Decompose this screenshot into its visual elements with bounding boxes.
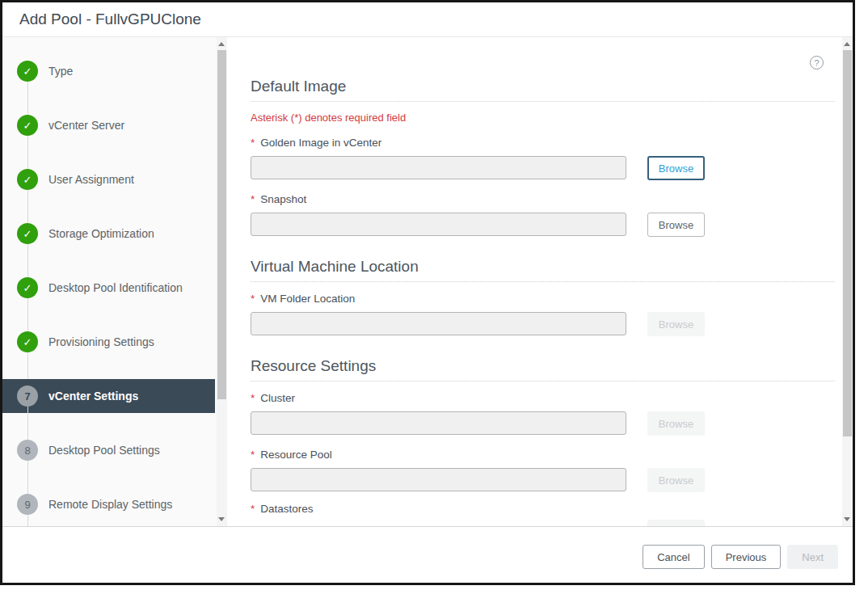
step-number-badge: 7	[17, 386, 38, 407]
field-label-text: Cluster	[260, 392, 295, 404]
resource-pool-input	[251, 468, 626, 491]
scroll-up-icon[interactable]	[844, 42, 850, 46]
field-label-text: VM Folder Location	[260, 293, 355, 305]
step-connector	[27, 82, 28, 115]
sidebar-step-remote-display-settings[interactable]: 9Remote Display Settings	[2, 494, 227, 515]
content-scrollbar[interactable]	[842, 37, 853, 526]
previous-button[interactable]: Previous	[711, 545, 782, 569]
cluster-input	[251, 411, 626, 435]
cancel-button[interactable]: Cancel	[643, 545, 704, 569]
golden-image-in-vcenter-input	[251, 156, 626, 179]
dialog-body: ✓Type✓vCenter Server✓User Assignment✓Sto…	[2, 37, 853, 526]
dialog-header: Add Pool - FullvGPUClone	[2, 2, 853, 37]
section-heading: Default Image	[251, 78, 835, 102]
form-content: Default ImageAsterisk (*) denotes requir…	[227, 37, 853, 526]
sidebar-step-storage-optimization[interactable]: ✓Storage Optimization	[2, 223, 227, 244]
section-virtual-machine-location: Virtual Machine Location*VM Folder Locat…	[251, 258, 835, 336]
browse-button-datastores: Browse	[647, 520, 705, 526]
scroll-down-icon[interactable]	[844, 517, 850, 521]
field-row-cluster: Browse	[251, 411, 835, 436]
step-connector	[27, 515, 28, 526]
step-number-badge: 9	[17, 494, 38, 515]
step-label: Desktop Pool Settings	[48, 444, 160, 457]
field-label-resource-pool: *Resource Pool	[251, 449, 835, 461]
step-check-icon: ✓	[17, 115, 38, 136]
field-label-datastores: *Datastores	[251, 503, 835, 515]
field-label-text: Golden Image in vCenter	[260, 137, 381, 149]
step-check-icon: ✓	[17, 61, 38, 82]
main-panel: ? Default ImageAsterisk (*) denotes requ…	[227, 37, 853, 526]
required-asterisk: *	[251, 293, 255, 305]
required-asterisk: *	[251, 503, 255, 515]
required-asterisk: *	[251, 137, 255, 149]
field-label-snapshot: *Snapshot	[251, 193, 835, 205]
step-label: vCenter Server	[48, 119, 124, 132]
field-row-vm-folder-location: Browse	[251, 312, 835, 336]
sidebar-step-desktop-pool-identification[interactable]: ✓Desktop Pool Identification	[2, 277, 227, 298]
field-label-cluster: *Cluster	[251, 392, 835, 404]
next-button: Next	[787, 545, 838, 569]
step-number-badge: 8	[17, 440, 38, 461]
sidebar-scrollbar[interactable]	[217, 37, 227, 526]
snapshot-input	[251, 213, 626, 236]
field-row-golden-image-in-vcenter: Browse	[251, 156, 835, 180]
field-row-datastores: Click Browse to select.Browse	[251, 520, 835, 526]
browse-button-snapshot[interactable]: Browse	[647, 213, 705, 237]
wizard-steps: ✓Type✓vCenter Server✓User Assignment✓Sto…	[2, 37, 227, 526]
step-label: User Assignment	[48, 173, 134, 186]
step-connector	[27, 298, 28, 331]
field-label-vm-folder-location: *VM Folder Location	[251, 293, 835, 305]
step-check-icon: ✓	[17, 223, 38, 244]
content-scrollbar-thumb[interactable]	[843, 50, 852, 436]
required-field-note: Asterisk (*) denotes required field	[251, 112, 835, 124]
sidebar-step-vcenter-server[interactable]: ✓vCenter Server	[2, 115, 227, 136]
field-label-text: Snapshot	[260, 193, 306, 205]
section-default-image: Default ImageAsterisk (*) denotes requir…	[251, 78, 835, 237]
step-label: vCenter Settings	[48, 390, 138, 402]
browse-button-resource-pool: Browse	[647, 468, 705, 492]
browse-button-vm-folder-location: Browse	[647, 312, 705, 336]
vm-folder-location-input	[251, 312, 626, 335]
section-heading: Virtual Machine Location	[251, 258, 835, 282]
help-icon[interactable]: ?	[810, 56, 824, 70]
field-label-golden-image-in-vcenter: *Golden Image in vCenter	[251, 137, 835, 149]
step-label: Storage Optimization	[48, 227, 154, 240]
sidebar-step-provisioning-settings[interactable]: ✓Provisioning Settings	[2, 331, 227, 352]
scroll-up-icon[interactable]	[218, 42, 225, 46]
required-asterisk: *	[251, 392, 255, 404]
step-check-icon: ✓	[17, 331, 38, 352]
step-connector	[27, 461, 28, 494]
required-asterisk: *	[251, 449, 255, 461]
sidebar-step-type[interactable]: ✓Type	[2, 61, 227, 82]
browse-button-cluster: Browse	[647, 411, 705, 436]
step-connector	[27, 136, 28, 169]
section-heading: Resource Settings	[251, 357, 835, 381]
sidebar-scrollbar-thumb[interactable]	[217, 50, 226, 399]
dialog-footer: Cancel Previous Next	[2, 526, 853, 578]
step-label: Remote Display Settings	[48, 498, 172, 511]
step-label: Provisioning Settings	[48, 335, 154, 348]
step-label: Type	[48, 65, 73, 78]
scroll-down-icon[interactable]	[218, 517, 225, 521]
step-connector	[27, 407, 28, 440]
field-hint-text: Click Browse to select.	[251, 520, 626, 526]
step-connector	[27, 244, 28, 277]
add-pool-dialog: Add Pool - FullvGPUClone ✓Type✓vCenter S…	[0, 0, 855, 585]
dialog-title: Add Pool - FullvGPUClone	[19, 11, 201, 28]
sidebar-step-vcenter-settings[interactable]: 7vCenter Settings	[2, 379, 215, 413]
browse-button-golden-image-in-vcenter[interactable]: Browse	[647, 156, 705, 180]
field-label-text: Datastores	[260, 503, 313, 515]
step-check-icon: ✓	[17, 169, 38, 190]
field-row-resource-pool: Browse	[251, 468, 835, 492]
field-label-text: Resource Pool	[260, 449, 332, 461]
wizard-sidebar: ✓Type✓vCenter Server✓User Assignment✓Sto…	[2, 37, 227, 526]
step-connector	[27, 190, 28, 223]
sidebar-step-desktop-pool-settings[interactable]: 8Desktop Pool Settings	[2, 440, 227, 461]
field-row-snapshot: Browse	[251, 213, 835, 237]
step-label: Desktop Pool Identification	[48, 281, 183, 294]
required-asterisk: *	[251, 193, 255, 205]
sidebar-step-user-assignment[interactable]: ✓User Assignment	[2, 169, 227, 190]
step-check-icon: ✓	[17, 277, 38, 298]
section-resource-settings: Resource Settings*ClusterBrowse*Resource…	[251, 357, 835, 526]
